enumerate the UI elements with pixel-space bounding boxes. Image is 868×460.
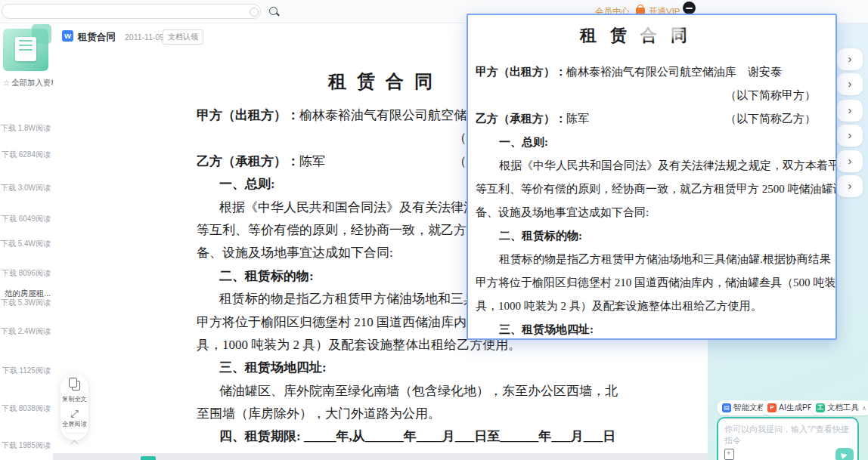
copy-fulltext-label: 复制全文 xyxy=(61,395,87,404)
doc-line: 等互利、等价有偿的原则，经协商一致，就乙方租赁甲方 2500 吨储油罐设 xyxy=(476,178,832,201)
sidebar-doc-stats[interactable]: 下载 2.4W阅读 xyxy=(1,326,51,337)
attach-file-icon[interactable] xyxy=(724,449,734,460)
send-button[interactable] xyxy=(835,448,854,460)
suggestion-pill[interactable]: › xyxy=(837,150,863,172)
send-icon xyxy=(841,452,848,459)
sidebar-doc-stats[interactable]: 下载 6049阅读 xyxy=(2,214,51,224)
assistant-input-placeholder: 你可以向我提问，输入"/"查看快捷指令 xyxy=(724,424,853,446)
sidebar-doc-stats[interactable]: 下载 8038阅读 xyxy=(2,403,51,414)
assistant-input[interactable]: 你可以向我提问，输入"/"查看快捷指令 xyxy=(717,417,859,460)
suggestion-pill[interactable]: › xyxy=(837,175,863,197)
camera-search-icon[interactable] xyxy=(250,8,259,17)
doc-line: 四、租赁期限: _____年,从______年____月___日至______年… xyxy=(197,425,650,448)
tools-chip-icon: 工 xyxy=(816,403,825,412)
related-docs-sidebar: ☆全部加入资料库 下载 1.8W阅读下载 6284阅读下载 3.0W阅读下载 6… xyxy=(0,23,54,460)
suggestion-pill[interactable]: › xyxy=(837,73,863,95)
doc-date: 2011-11-09 xyxy=(125,32,164,42)
chevron-right-icon: › xyxy=(848,179,852,192)
overlay-page-title: 租赁合同 xyxy=(468,24,835,47)
doc-line: 三、租赁场地四址: xyxy=(197,357,650,379)
doc-line: 储油罐区、库外院南至绿化南墙（包含绿化地），东至办公区西墙，北 xyxy=(197,380,650,403)
sidebar-doc-stats[interactable]: 下载 1125阅读 xyxy=(2,366,51,376)
doc-line: 至围墙（库房除外），大门外道路为公用。 xyxy=(197,403,650,425)
word-file-icon: W xyxy=(62,30,73,42)
doc-chip-icon: ▤ xyxy=(722,403,731,412)
doc-title: 租赁合同 xyxy=(78,31,116,44)
chevron-up-icon: ∧ xyxy=(862,405,866,412)
sidebar-doc-stats[interactable]: 下载 5.3W阅读 xyxy=(1,298,51,308)
search-icon[interactable] xyxy=(269,7,277,15)
doc-line: 三、租赁场地四址: xyxy=(476,318,832,340)
expand-icon: ⤢ xyxy=(60,409,88,419)
sidebar-doc-stats[interactable]: 下载 1985阅读 xyxy=(2,440,51,451)
doc-line: 租赁标的物是指乙方租赁甲方储油场地和三具储油罐.根据协商结果， xyxy=(476,248,832,271)
collapse-chevron-icon[interactable] xyxy=(71,440,79,448)
suggestion-pill[interactable]: › xyxy=(837,100,863,122)
chevron-right-icon: › xyxy=(848,154,852,167)
doc-line: （以下简称甲方） xyxy=(476,84,832,107)
chevron-right-icon: › xyxy=(848,77,852,90)
doc-tools-chip[interactable]: 工 文档工具 ∧ xyxy=(811,400,868,415)
doc-claim-badge[interactable]: 文档认领 xyxy=(163,29,203,45)
suggestion-pill[interactable]: › xyxy=(837,48,863,70)
copy-icon xyxy=(72,381,80,391)
sidebar-doc-stats[interactable]: 下载 8096阅读 xyxy=(2,268,51,279)
fullscreen-read-button[interactable]: ⤢ 全屏阅读 xyxy=(60,409,88,429)
user-avatar[interactable] xyxy=(683,2,696,14)
overlay-doc-lines: 甲方（出租方）：榆林泰裕油气有限公司航空储油库 谢安泰（以下简称甲方）乙方（承租… xyxy=(476,60,832,340)
sidebar-doc-stats[interactable]: 下载 6284阅读 xyxy=(2,150,51,160)
ppt-chip-icon: P xyxy=(767,403,777,412)
fullscreen-label: 全屏阅读 xyxy=(61,420,87,429)
divider xyxy=(65,433,84,434)
suggestion-pill[interactable]: › xyxy=(837,125,863,147)
smart-doc-label: 智能文档 xyxy=(733,403,765,413)
doc-line: 乙方（承租方）：陈军（以下简称乙方） xyxy=(476,107,832,131)
doc-line: 二、租赁标的物: xyxy=(476,224,832,248)
sidebar-doc-stats[interactable]: 下载 5.4W阅读 xyxy=(1,239,51,249)
doc-line: 根据《中华人民共和国合同法》及有关法律法规之规定，双方本着平 xyxy=(476,154,832,178)
sidebar-doc-stats[interactable]: 下载 3.0W阅读 xyxy=(1,183,51,193)
chevron-right-icon: › xyxy=(848,103,852,116)
zoom-preview-overlay: 租赁合同 甲方（出租方）：榆林泰裕油气有限公司航空储油库 谢安泰（以下简称甲方）… xyxy=(467,14,837,340)
doc-line: 甲方（出租方）：榆林泰裕油气有限公司航空储油库 谢安泰 xyxy=(476,60,832,84)
chevron-right-icon: › xyxy=(848,128,852,141)
sidebar-doc-stats[interactable]: 下载 1.8W阅读 xyxy=(1,123,51,134)
doc-line: 具，1000 吨装为 2 具）及配套设施整体出租给乙方使用。 xyxy=(476,295,832,318)
doc-tools-label: 文档工具 xyxy=(827,403,859,413)
doc-line: 备、设施及场地事宜达成如下合同: xyxy=(476,201,832,224)
chevron-right-icon: › xyxy=(848,52,852,65)
copy-fulltext-button[interactable]: 复制全文 xyxy=(60,374,88,404)
sidebar-doc-list: 下载 1.8W阅读下载 6284阅读下载 3.0W阅读下载 6049阅读下载 5… xyxy=(0,23,53,460)
doc-line: 甲方将位于榆阳区归德堡村 210 国道西储油库内，储油罐叁具（500 吨装 1 xyxy=(476,271,832,295)
reader-tools-toolbar: 复制全文 ⤢ 全屏阅读 xyxy=(60,374,88,440)
search-input[interactable] xyxy=(2,4,261,19)
doc-line: 一、总则: xyxy=(476,131,832,154)
page-indicator-tab xyxy=(141,456,156,460)
